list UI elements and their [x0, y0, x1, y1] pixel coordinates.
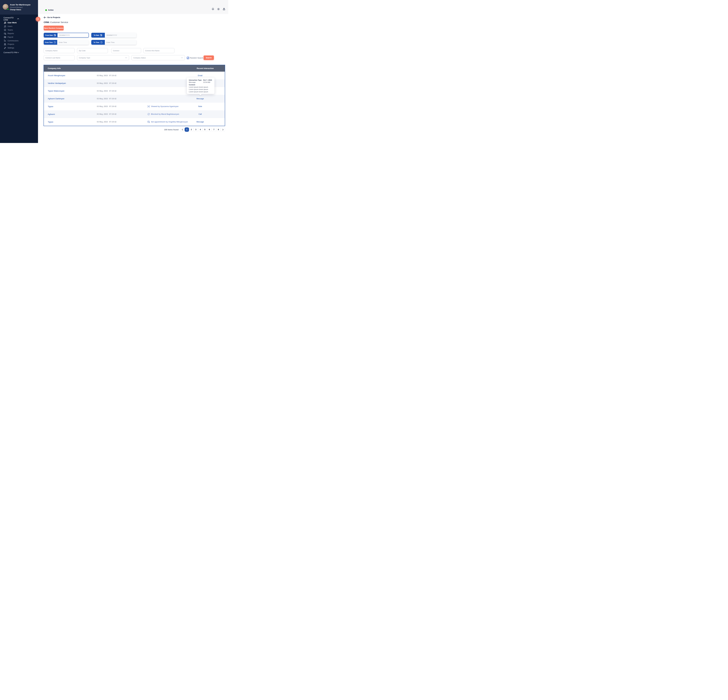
page-button-5[interactable]: 5: [203, 127, 207, 132]
interaction-link-call[interactable]: Call: [189, 113, 211, 115]
calendar-check-icon: [100, 34, 103, 36]
sidebar-section-crm[interactable]: ConnectTO CRM: [0, 17, 38, 21]
profile-name: Aram Ter-Martirosyan: [10, 4, 38, 6]
company-name-link[interactable]: Aghavni: [48, 113, 55, 115]
active-status-dot: [45, 9, 47, 11]
settings-icon: [4, 47, 6, 49]
from-time-input[interactable]: [57, 40, 89, 45]
sidebar-collapse-button[interactable]: [36, 17, 40, 22]
table-row: Aghavni 03 May, 202307:19:42 Blocked by …: [44, 110, 225, 118]
open-random-company-button[interactable]: Open Random Company: [44, 26, 64, 30]
crm-app: Active Aram Ter-Martirosyan (General Man…: [0, 0, 228, 143]
tooltip-content-line: Lorem ipsum lorem ipsum: [189, 91, 212, 92]
table-header: Company Info Recent Interaction: [44, 65, 225, 72]
gear-icon[interactable]: [217, 8, 220, 10]
from-time-group: From Time: [44, 40, 89, 45]
to-date-input[interactable]: [105, 33, 136, 38]
connect-last-name-input[interactable]: [44, 55, 75, 60]
from-time-label: From Time: [44, 40, 57, 45]
random-search-label[interactable]: Random Search: [190, 57, 203, 59]
interaction-link-message[interactable]: Message: [189, 121, 211, 123]
search-button[interactable]: Search: [204, 55, 214, 60]
eye-scan-icon: [147, 105, 150, 108]
page-button-3[interactable]: 3: [194, 127, 198, 132]
go-to-projects-link[interactable]: Go to Projects: [44, 16, 60, 19]
interaction-link-note[interactable]: Note: [189, 105, 211, 107]
profile-role: (General Manager): [10, 6, 38, 8]
company-type-select[interactable]: Company Type: [77, 55, 129, 60]
from-date-input[interactable]: [58, 33, 88, 37]
connect-input[interactable]: [111, 48, 141, 53]
sidebar-item-teams[interactable]: Teams: [0, 28, 38, 32]
tooltip-content-line: Lorem ipsum lorem ipsum: [189, 86, 212, 88]
commissions-icon: [4, 39, 6, 42]
from-date-label: From Date: [44, 33, 58, 37]
clock-icon: [100, 41, 103, 43]
tooltip-label: Message: [189, 81, 203, 83]
table-row: Aghavni Darbinyan 03 May, 202307:19:42 M…: [44, 95, 225, 102]
row-time: 07:19:42: [109, 113, 117, 115]
reports-icon: [4, 32, 6, 35]
sidebar-item-label: Users: [7, 25, 12, 27]
company-name-link[interactable]: Aghavni Darbinyan: [48, 98, 64, 100]
company-name-link[interactable]: Vardine Vardapetyan: [48, 82, 66, 84]
chevron-down-icon: [17, 52, 19, 53]
projects-icon: [4, 43, 6, 46]
random-search-checkbox[interactable]: [187, 57, 189, 59]
company-name-link[interactable]: Tigran: [48, 105, 53, 108]
chevron-left-icon: [38, 18, 39, 20]
page-button-2[interactable]: 2: [189, 127, 194, 132]
row-annotation: Set appointment by Angelika Nikoghosyan: [147, 121, 188, 123]
sidebar-item-settings[interactable]: Settings: [0, 46, 38, 50]
row-time: 07:19:42: [109, 75, 117, 76]
next-page-button[interactable]: [221, 127, 225, 132]
sidebar-section-pm[interactable]: ConnectTO PM: [0, 51, 38, 55]
topbar: Active: [38, 0, 228, 14]
column-header-company-info: Company Info: [48, 67, 61, 69]
row-date: 03 May, 2023: [97, 90, 108, 92]
company-name-input[interactable]: [44, 48, 75, 53]
user-icon[interactable]: [222, 8, 225, 10]
user-work-icon: [4, 22, 6, 24]
interaction-link-email[interactable]: Email: [189, 75, 211, 76]
company-name-link[interactable]: Tigran: [48, 121, 53, 123]
profile-card: Aram Ter-Martirosyan (General Manager) C…: [0, 0, 38, 14]
prev-page-button[interactable]: [180, 127, 185, 132]
row-date: 03 May, 2023: [97, 82, 108, 84]
to-time-input[interactable]: [105, 40, 136, 45]
user-status[interactable]: Active: [45, 9, 53, 11]
sidebar-item-projects[interactable]: Projects: [0, 42, 38, 46]
interaction-link-message[interactable]: Message: [189, 98, 211, 100]
row-time: 07:19:42: [109, 121, 117, 123]
to-date-label: To Date: [91, 33, 105, 38]
page-button-7[interactable]: 7: [212, 127, 216, 132]
page-button-1[interactable]: 1: [185, 127, 189, 132]
sidebar-item-reports[interactable]: Reports: [0, 32, 38, 35]
sidebar-item-commissions[interactable]: Commissions: [0, 39, 38, 42]
company-name-link[interactable]: Anush Nikoghosyan: [48, 74, 65, 76]
sidebar-item-label: Teams: [7, 29, 13, 31]
connect-first-name-input[interactable]: [143, 48, 175, 53]
chevron-up-icon: [17, 18, 19, 19]
change-status-link[interactable]: Change Status: [10, 9, 38, 10]
sidebar-item-users[interactable]: Users: [0, 25, 38, 28]
tooltip-value: Oct 7, 2024: [203, 79, 212, 81]
row-date: 03 May, 2023: [97, 121, 108, 123]
row-annotation: Blocked by Marat Baghdasaryan: [147, 113, 179, 115]
users-icon: [4, 25, 6, 27]
company-name-link[interactable]: Tigran Matevosyan: [48, 90, 64, 92]
page-button-8[interactable]: 8: [216, 127, 221, 132]
sidebar-item-payroll[interactable]: Payroll: [0, 35, 38, 39]
topbar-icons: [212, 8, 225, 10]
sidebar-item-label: Commissions: [7, 40, 19, 42]
bell-icon[interactable]: [212, 8, 214, 10]
payroll-icon: [4, 36, 6, 39]
row-annotation-text: Viewed by Syuzanna Aganisyan: [151, 105, 179, 107]
page-button-4[interactable]: 4: [198, 127, 202, 132]
company-status-select[interactable]: Company Status: [131, 55, 185, 60]
sidebar-item-user-work[interactable]: User Work: [0, 21, 38, 25]
sidebar-item-label: Payroll: [7, 36, 13, 38]
tooltip-content-label: Content: [189, 84, 212, 86]
zip-code-input[interactable]: [77, 48, 108, 53]
page-button-6[interactable]: 6: [207, 127, 212, 132]
